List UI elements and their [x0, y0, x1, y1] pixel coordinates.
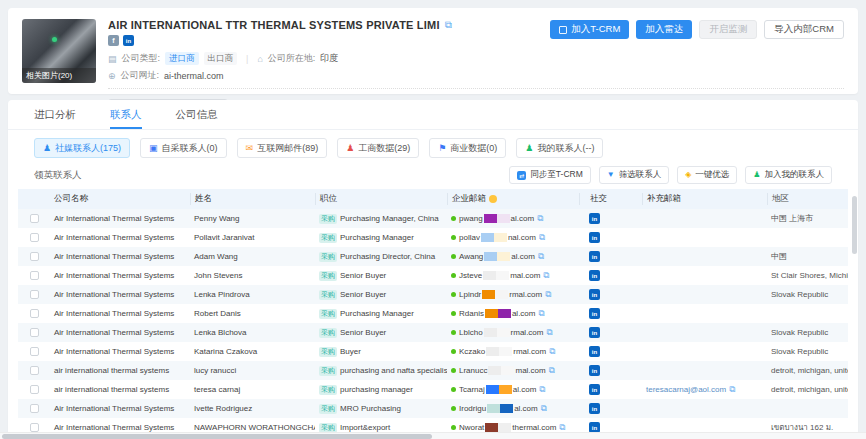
- table-row: Air International Thermal Systems Lenka …: [18, 285, 848, 304]
- company-cell: Air International Thermal Systems: [54, 233, 174, 242]
- horizontal-scrollbar-track[interactable]: [0, 432, 866, 439]
- row-checkbox[interactable]: [30, 214, 39, 223]
- header-email[interactable]: 企业邮箱: [447, 193, 579, 205]
- linkedin-icon[interactable]: in: [589, 213, 600, 224]
- copy-email-icon[interactable]: ⧉: [546, 327, 552, 338]
- header-position[interactable]: 职位: [315, 193, 447, 205]
- tcrm-icon: [559, 26, 567, 34]
- email-tip-icon[interactable]: [489, 195, 497, 203]
- table-row: air international thermal systems lucy r…: [18, 361, 848, 380]
- position-tag: 采购: [319, 290, 337, 300]
- email-mask: [486, 385, 512, 394]
- copy-email-icon[interactable]: ⧉: [543, 270, 549, 281]
- contact-name[interactable]: Robert Danis: [194, 309, 241, 318]
- copy-extra-email-icon[interactable]: ⧉: [729, 384, 735, 395]
- related-images-label[interactable]: 相关图片(20): [22, 68, 96, 83]
- contact-name[interactable]: John Stevens: [194, 271, 242, 280]
- copy-email-icon[interactable]: ⧉: [537, 213, 543, 224]
- add-to-my-contacts-button[interactable]: ♟ 加入我的联系人: [745, 166, 832, 184]
- filter-my-contacts[interactable]: ♟ 我的联系人(--): [516, 138, 603, 158]
- filter-commercial-data[interactable]: ⚑ 商业数据(0): [429, 138, 506, 158]
- header-social[interactable]: 社交: [579, 193, 642, 205]
- contact-name[interactable]: Katarina Czakova: [194, 347, 257, 356]
- contact-name[interactable]: lucy ranucci: [194, 366, 236, 375]
- tab-import-analysis[interactable]: 进口分析: [34, 100, 76, 129]
- linkedin-icon[interactable]: in: [589, 232, 600, 243]
- copy-email-icon[interactable]: ⧉: [538, 308, 544, 319]
- copy-company-name-icon[interactable]: ⧉: [445, 20, 452, 30]
- filter-social-contacts[interactable]: ♟ 社媒联系人(175): [34, 138, 130, 158]
- commercial-data-icon: ⚑: [438, 144, 446, 153]
- row-checkbox[interactable]: [30, 423, 39, 432]
- add-radar-button[interactable]: 加入雷达: [636, 20, 692, 39]
- copy-email-icon[interactable]: ⧉: [549, 346, 555, 357]
- company-photo[interactable]: 相关图片(20): [22, 19, 96, 83]
- linkedin-icon[interactable]: in: [589, 270, 600, 281]
- linkedin-icon[interactable]: in: [589, 403, 600, 414]
- copy-email-icon[interactable]: ⧉: [539, 384, 545, 395]
- linkedin-icon[interactable]: in: [589, 346, 600, 357]
- row-checkbox[interactable]: [30, 233, 39, 242]
- row-checkbox[interactable]: [30, 328, 39, 337]
- filter-internet-email-label: 互联网邮件(89): [257, 142, 318, 155]
- row-checkbox[interactable]: [30, 404, 39, 413]
- importer-badge[interactable]: 进口商: [165, 52, 199, 65]
- horizontal-scrollbar-thumb[interactable]: [2, 434, 432, 439]
- filter-self-collected-contacts[interactable]: ▣ 自采联系人(0): [140, 138, 227, 158]
- filter-internet-email[interactable]: ✉ 互联网邮件(89): [237, 138, 328, 158]
- website-value[interactable]: ai-thermal.com: [164, 71, 224, 81]
- header-region[interactable]: 地区: [767, 193, 848, 205]
- person-plus-icon: ♟: [753, 171, 760, 179]
- contact-name[interactable]: Penny Wang: [194, 214, 240, 223]
- position-text: Senior Buyer: [340, 290, 386, 299]
- row-checkbox[interactable]: [30, 290, 39, 299]
- meta-divider: |: [246, 54, 248, 64]
- start-monitor-label: 开启监测: [709, 23, 747, 36]
- copy-email-icon[interactable]: ⧉: [539, 232, 545, 243]
- header-extra-email[interactable]: 补充邮箱: [642, 193, 767, 205]
- row-checkbox[interactable]: [30, 271, 39, 280]
- header-name[interactable]: 姓名: [190, 193, 315, 205]
- copy-email-icon[interactable]: ⧉: [549, 365, 555, 376]
- contact-name[interactable]: Lenka Pindrova: [194, 290, 250, 299]
- sync-to-tcrm-button[interactable]: ⇄ 同步至T-CRM: [509, 166, 590, 184]
- filter-business-registry[interactable]: ♟ 工商数据(29): [337, 138, 419, 158]
- row-checkbox[interactable]: [30, 366, 39, 375]
- linkedin-icon[interactable]: in: [589, 365, 600, 376]
- row-checkbox[interactable]: [30, 347, 39, 356]
- contact-name[interactable]: Ivette Rodriguez: [194, 404, 252, 413]
- tab-contacts[interactable]: 联系人: [110, 100, 142, 129]
- row-checkbox[interactable]: [30, 252, 39, 261]
- contact-name[interactable]: NAWAPHORN WORATHONGCHAI: [194, 423, 315, 432]
- start-monitor-button[interactable]: 开启监测: [699, 20, 757, 39]
- email-valid-dot: [451, 273, 456, 278]
- linkedin-icon[interactable]: in: [123, 35, 134, 46]
- copy-email-icon[interactable]: ⧉: [538, 251, 544, 262]
- contact-name[interactable]: teresa carnaj: [194, 385, 240, 394]
- email-valid-dot: [451, 425, 456, 430]
- contact-name[interactable]: Lenka Blchova: [194, 328, 246, 337]
- linkedin-icon[interactable]: in: [589, 251, 600, 262]
- position-text: MRO Purchasing: [340, 404, 401, 413]
- exporter-badge[interactable]: 出口商: [204, 52, 238, 65]
- vertical-scrollbar[interactable]: [852, 196, 857, 254]
- header-company[interactable]: 公司名称: [50, 193, 190, 205]
- facebook-icon[interactable]: f: [108, 35, 119, 46]
- row-checkbox[interactable]: [30, 385, 39, 394]
- contact-name[interactable]: Adam Wang: [194, 252, 238, 261]
- add-tcrm-button[interactable]: 加入T-CRM: [550, 20, 629, 39]
- linkedin-icon[interactable]: in: [589, 308, 600, 319]
- import-internal-crm-button[interactable]: 导入内部CRM: [764, 20, 844, 39]
- tab-company-info[interactable]: 公司信息: [176, 100, 218, 129]
- row-checkbox[interactable]: [30, 309, 39, 318]
- linkedin-icon[interactable]: in: [589, 384, 600, 395]
- linkedin-icon[interactable]: in: [589, 289, 600, 300]
- copy-email-icon[interactable]: ⧉: [541, 403, 547, 414]
- filter-contacts-button[interactable]: ▼ 筛选联系人: [599, 166, 669, 184]
- position-tag: 采购: [319, 214, 337, 224]
- one-click-optimize-button[interactable]: ◈ 一键优选: [677, 166, 737, 184]
- contact-name[interactable]: Pollavit Jaranivat: [194, 233, 254, 242]
- copy-email-icon[interactable]: ⧉: [545, 289, 551, 300]
- linkedin-icon[interactable]: in: [589, 327, 600, 338]
- email-prefix: Lranucc: [459, 366, 487, 375]
